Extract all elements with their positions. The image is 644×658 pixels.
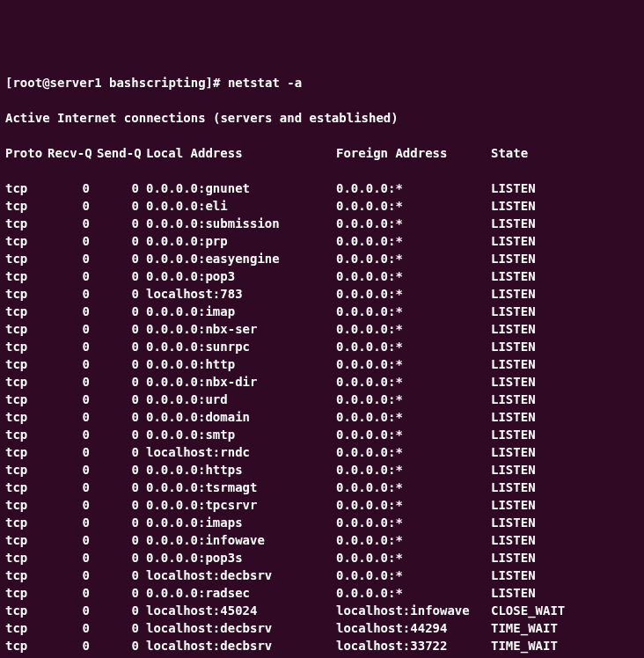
col-header-foreign: Foreign Address <box>336 144 491 162</box>
command-text[interactable]: netstat -a <box>228 74 302 91</box>
cell-local: 0.0.0.0:prp <box>146 232 336 250</box>
cell-sendq: 0 <box>97 426 146 443</box>
cell-foreign: 0.0.0.0:* <box>336 408 491 426</box>
cell-foreign: 0.0.0.0:* <box>336 567 491 584</box>
cell-state: LISTEN <box>491 567 596 584</box>
table-row: tcp00localhost:decbsrvlocalhost:44294TIM… <box>5 619 639 637</box>
cell-foreign: 0.0.0.0:* <box>336 549 491 567</box>
cell-foreign: 0.0.0.0:* <box>336 514 491 531</box>
cell-local: localhost:decbsrv <box>146 619 336 637</box>
cell-sendq: 0 <box>97 584 146 602</box>
cell-local: 0.0.0.0:urd <box>146 391 336 408</box>
table-row: tcp000.0.0.0:infowave0.0.0.0:*LISTEN <box>5 531 639 549</box>
cell-sendq: 0 <box>97 619 146 637</box>
cell-proto: tcp <box>5 514 48 531</box>
cell-local: localhost:45024 <box>146 602 336 619</box>
cell-proto: tcp <box>5 215 48 232</box>
cell-foreign: 0.0.0.0:* <box>336 197 491 215</box>
cell-proto: tcp <box>5 584 48 602</box>
table-row: tcp00localhost:39682localhost:nbx-serCLO… <box>5 654 639 658</box>
cell-proto: tcp <box>5 338 48 355</box>
cell-proto: tcp <box>5 496 48 514</box>
cell-local: localhost:decbsrv <box>146 567 336 584</box>
cell-sendq: 0 <box>97 391 146 408</box>
cell-local: 0.0.0.0:tpcsrvr <box>146 496 336 514</box>
cell-state: LISTEN <box>491 303 596 320</box>
cell-sendq: 0 <box>97 338 146 355</box>
table-row: tcp00localhost:7830.0.0.0:*LISTEN <box>5 285 639 303</box>
cell-proto: tcp <box>5 179 48 197</box>
cell-state: LISTEN <box>491 197 596 215</box>
cell-state: CLOSE_WAIT <box>491 602 596 619</box>
table-row: tcp000.0.0.0:tpcsrvr0.0.0.0:*LISTEN <box>5 496 639 514</box>
table-row: tcp000.0.0.0:imap0.0.0.0:*LISTEN <box>5 303 639 320</box>
table-row: tcp000.0.0.0:gnunet0.0.0.0:*LISTEN <box>5 179 639 197</box>
prompt-line: [root@server1 bashscripting]# netstat -a <box>5 74 639 91</box>
col-header-sendq: Send-Q <box>97 144 146 162</box>
cell-state: LISTEN <box>491 426 596 443</box>
cell-state: LISTEN <box>491 531 596 549</box>
table-row: tcp000.0.0.0:pop30.0.0.0:*LISTEN <box>5 267 639 285</box>
cell-state: LISTEN <box>491 285 596 303</box>
cell-sendq: 0 <box>97 602 146 619</box>
cell-recvq: 0 <box>48 373 97 391</box>
cell-local: 0.0.0.0:pop3 <box>146 267 336 285</box>
cell-foreign: localhost:44294 <box>336 619 491 637</box>
table-row: tcp000.0.0.0:pop3s0.0.0.0:*LISTEN <box>5 549 639 567</box>
cell-local: 0.0.0.0:imap <box>146 303 336 320</box>
cell-foreign: localhost:33722 <box>336 637 491 654</box>
cell-proto: tcp <box>5 619 48 637</box>
cell-state: LISTEN <box>491 496 596 514</box>
cell-sendq: 0 <box>97 514 146 531</box>
cell-recvq: 0 <box>48 637 97 654</box>
cell-local: localhost:decbsrv <box>146 637 336 654</box>
cell-proto: tcp <box>5 637 48 654</box>
cell-recvq: 0 <box>48 338 97 355</box>
table-row: tcp000.0.0.0:eli0.0.0.0:*LISTEN <box>5 197 639 215</box>
cell-state: LISTEN <box>491 514 596 531</box>
table-row: tcp00localhost:45024localhost:infowaveCL… <box>5 602 639 619</box>
cell-local: 0.0.0.0:submission <box>146 215 336 232</box>
cell-local: 0.0.0.0:pop3s <box>146 549 336 567</box>
cell-recvq: 0 <box>48 391 97 408</box>
cell-foreign: 0.0.0.0:* <box>336 232 491 250</box>
connections-header: Active Internet connections (servers and… <box>5 109 639 127</box>
cell-recvq: 0 <box>48 285 97 303</box>
cell-sendq: 0 <box>97 496 146 514</box>
cell-recvq: 0 <box>48 320 97 338</box>
cell-foreign: 0.0.0.0:* <box>336 479 491 496</box>
table-row: tcp000.0.0.0:imaps0.0.0.0:*LISTEN <box>5 514 639 531</box>
cell-sendq: 0 <box>97 285 146 303</box>
cell-sendq: 0 <box>97 267 146 285</box>
column-header-row: ProtoRecv-QSend-QLocal AddressForeign Ad… <box>5 144 639 162</box>
cell-proto: tcp <box>5 531 48 549</box>
cell-sendq: 0 <box>97 637 146 654</box>
cell-recvq: 0 <box>48 461 97 479</box>
cell-local: localhost:39682 <box>146 654 336 658</box>
cell-foreign: 0.0.0.0:* <box>336 179 491 197</box>
col-header-state: State <box>491 144 596 162</box>
cell-sendq: 0 <box>97 197 146 215</box>
cell-recvq: 0 <box>48 549 97 567</box>
table-row: tcp000.0.0.0:sunrpc0.0.0.0:*LISTEN <box>5 338 639 355</box>
cell-local: localhost:783 <box>146 285 336 303</box>
cell-recvq: 0 <box>48 179 97 197</box>
table-row: tcp00localhost:decbsrvlocalhost:33722TIM… <box>5 637 639 654</box>
cell-sendq: 0 <box>97 654 146 658</box>
table-row: tcp000.0.0.0:tsrmagt0.0.0.0:*LISTEN <box>5 479 639 496</box>
cell-proto: tcp <box>5 567 48 584</box>
cell-foreign: 0.0.0.0:* <box>336 391 491 408</box>
cell-local: 0.0.0.0:easyengine <box>146 250 336 267</box>
cell-foreign: 0.0.0.0:* <box>336 496 491 514</box>
cell-state: LISTEN <box>491 373 596 391</box>
col-header-recvq: Recv-Q <box>48 144 97 162</box>
cell-recvq: 0 <box>48 232 97 250</box>
cell-sendq: 0 <box>97 531 146 549</box>
cell-local: 0.0.0.0:infowave <box>146 531 336 549</box>
cell-state: LISTEN <box>491 443 596 461</box>
cell-proto: tcp <box>5 461 48 479</box>
cell-recvq: 0 <box>48 619 97 637</box>
cell-sendq: 0 <box>97 179 146 197</box>
cell-sendq: 0 <box>97 215 146 232</box>
cell-proto: tcp <box>5 320 48 338</box>
